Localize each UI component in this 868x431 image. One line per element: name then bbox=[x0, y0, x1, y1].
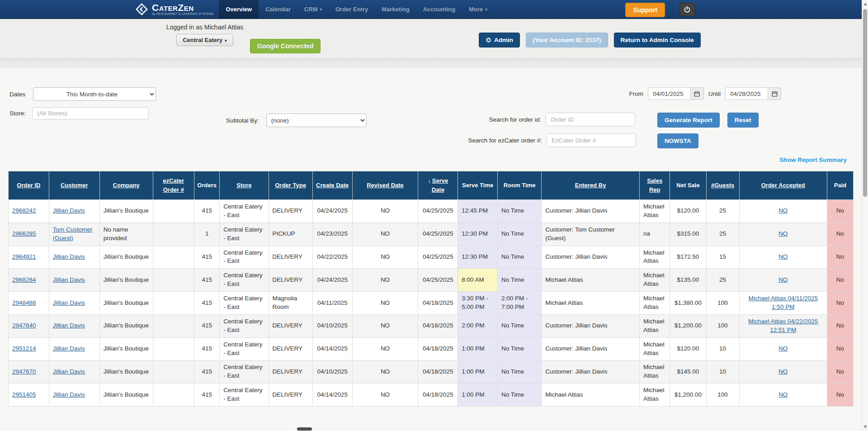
customer-link[interactable]: Jillian Davis bbox=[53, 391, 85, 398]
cell-order-id: 2947640 bbox=[9, 314, 49, 337]
col-header-guests: #Guests bbox=[706, 171, 739, 200]
sort-create-date-link[interactable]: Create Date bbox=[316, 182, 349, 189]
ezcater-search-input[interactable] bbox=[547, 133, 636, 147]
until-date-input[interactable] bbox=[725, 87, 768, 100]
order-id-link[interactable]: 2951214 bbox=[12, 345, 36, 352]
scroll-down-icon[interactable] bbox=[863, 426, 867, 428]
order-id-link[interactable]: 2951405 bbox=[12, 391, 36, 398]
customer-link[interactable]: Jillian Davis bbox=[53, 299, 85, 306]
generate-report-button[interactable]: Generate Report bbox=[657, 113, 720, 128]
cell-order-id: 2964921 bbox=[9, 246, 49, 269]
customer-link[interactable]: Jillian Davis bbox=[53, 368, 85, 375]
nav-menu: Overview Calendar CRM▾ Order Entry Marke… bbox=[219, 0, 494, 19]
order-accepted-link[interactable]: Michael Attias 04/11/2025 1:50 PM bbox=[748, 295, 818, 310]
account-id-button[interactable]: (Your Account ID: 2137) bbox=[526, 33, 608, 47]
cell-customer: Jillian Davis bbox=[49, 200, 99, 223]
cell-net-sale: $120.00 bbox=[670, 200, 706, 223]
cell-create-date: 04/10/2025 bbox=[312, 314, 352, 337]
sort-company-link[interactable]: Company bbox=[113, 182, 140, 189]
order-accepted-link[interactable]: Michael Attias 04/22/2025 12:51 PM bbox=[748, 318, 818, 333]
order-accepted-link[interactable]: NO bbox=[778, 391, 788, 398]
order-accepted-link[interactable]: NO bbox=[778, 276, 788, 283]
col-label: Serve Time bbox=[462, 182, 493, 189]
cell-sales-rep: na bbox=[640, 223, 670, 246]
vertical-scrollbar-thumb[interactable] bbox=[863, 9, 867, 197]
cell-net-sale: $145.00 bbox=[670, 360, 706, 384]
logout-power-button[interactable] bbox=[679, 3, 695, 16]
order-accepted-link[interactable]: NO bbox=[778, 253, 788, 260]
order-id-link[interactable]: 2968242 bbox=[12, 207, 36, 214]
order-id-link[interactable]: 2948488 bbox=[12, 299, 36, 306]
sort-order-type-link[interactable]: Order Type bbox=[275, 182, 306, 189]
cell-net-sale: $1,200.00 bbox=[670, 314, 706, 337]
sort-entered-by-link[interactable]: Entered By bbox=[575, 182, 606, 189]
order-id-link[interactable]: 2947670 bbox=[12, 368, 36, 375]
cell-guests: 25 bbox=[706, 200, 739, 223]
cell-sales-rep: Michael Attias bbox=[640, 246, 670, 269]
from-calendar-button[interactable] bbox=[690, 87, 704, 100]
order-id-link[interactable]: 2964921 bbox=[12, 253, 36, 260]
nav-item-marketing[interactable]: Marketing bbox=[375, 0, 416, 19]
customer-link[interactable]: Jillian Davis bbox=[53, 253, 85, 260]
nav-item-calendar[interactable]: Calendar bbox=[259, 0, 297, 19]
cell-orders: 1 bbox=[194, 223, 220, 246]
sort-order-id-link[interactable]: Order ID bbox=[17, 182, 40, 189]
nowsta-button[interactable]: NOWSTA bbox=[657, 133, 698, 148]
order-accepted-link[interactable]: NO bbox=[778, 345, 788, 352]
scroll-up-icon[interactable] bbox=[863, 3, 867, 5]
cell-paid: No bbox=[827, 246, 853, 269]
order-accepted-link[interactable]: NO bbox=[778, 207, 788, 214]
order-accepted-link[interactable]: NO bbox=[778, 230, 788, 237]
col-header-order-id: Order ID bbox=[9, 171, 49, 200]
reset-button[interactable]: Reset bbox=[727, 113, 759, 128]
cell-order-type: DELIVERY bbox=[269, 200, 312, 223]
cell-store: Central Eatery - East bbox=[220, 292, 269, 315]
customer-link[interactable]: Tom Customer (Guest) bbox=[53, 226, 93, 242]
customer-link[interactable]: Jillian Davis bbox=[53, 322, 85, 329]
nav-item-accounting[interactable]: Accounting bbox=[416, 0, 462, 19]
until-calendar-button[interactable] bbox=[768, 87, 781, 100]
store-filter-input[interactable] bbox=[32, 107, 149, 119]
sort-store-link[interactable]: Store bbox=[236, 182, 251, 189]
sort-revised-date-link[interactable]: Revised Date bbox=[367, 182, 404, 189]
cell-serve-date: 04/25/2025 bbox=[418, 223, 458, 246]
order-id-search-input[interactable] bbox=[546, 113, 635, 126]
dates-select[interactable]: This Month-to-date bbox=[33, 87, 156, 101]
sort-ezcater-link[interactable]: ezCater Order # bbox=[163, 177, 184, 193]
cell-customer: Jillian Davis bbox=[49, 269, 99, 292]
cell-paid: No bbox=[827, 337, 853, 360]
from-date-input[interactable] bbox=[648, 87, 690, 100]
admin-button[interactable]: Admin bbox=[479, 33, 520, 47]
sort-serve-date-link[interactable]: Serve Date bbox=[432, 177, 448, 193]
customer-link[interactable]: Jillian Davis bbox=[53, 207, 85, 214]
customer-link[interactable]: Jillian Davis bbox=[53, 345, 85, 352]
customer-link[interactable]: Jillian Davis bbox=[53, 276, 85, 283]
order-accepted-link[interactable]: NO bbox=[778, 368, 788, 375]
sort-order-accepted-link[interactable]: Order Accepted bbox=[761, 182, 805, 189]
order-id-link[interactable]: 2968264 bbox=[12, 276, 36, 283]
sort-guests-link[interactable]: #Guests bbox=[711, 182, 734, 189]
horizontal-scrollbar-thumb[interactable] bbox=[297, 427, 312, 431]
sort-customer-link[interactable]: Customer bbox=[61, 182, 88, 189]
brand-logo[interactable]: CaterZen By RESTAURANT & CATERING SYSTEM… bbox=[136, 0, 213, 19]
order-id-link[interactable]: 2966285 bbox=[12, 230, 36, 237]
dates-label: Dates bbox=[9, 91, 25, 98]
support-button[interactable]: Support bbox=[625, 3, 665, 17]
order-id-link[interactable]: 2947640 bbox=[12, 322, 36, 329]
nav-item-more[interactable]: More▾ bbox=[462, 0, 494, 19]
sort-sales-rep-link[interactable]: Sales Rep bbox=[647, 177, 662, 193]
show-report-summary-link[interactable]: Show Report Summary bbox=[779, 156, 847, 163]
vertical-scrollbar[interactable] bbox=[862, 0, 868, 431]
google-connected-button[interactable]: Google Connected bbox=[250, 39, 321, 53]
cell-order-id: 2951214 bbox=[9, 337, 49, 360]
subtotal-select[interactable]: (none) bbox=[266, 114, 367, 127]
nav-item-order-entry[interactable]: Order Entry bbox=[329, 0, 375, 19]
table-row: 2947640Jillian DavisJillian's Boutique41… bbox=[9, 314, 854, 337]
nav-item-crm[interactable]: CRM▾ bbox=[297, 0, 329, 19]
cell-paid: No bbox=[827, 292, 853, 315]
cell-entered-by: Customer: Tom Customer (Guest) bbox=[542, 223, 640, 246]
return-admin-console-button[interactable]: Return to Admin Console bbox=[614, 33, 701, 47]
nav-item-overview[interactable]: Overview bbox=[219, 0, 259, 19]
store-selector-button[interactable]: Central Eatery▾ bbox=[176, 34, 233, 46]
cell-company: Jillian's Boutique bbox=[99, 384, 153, 407]
